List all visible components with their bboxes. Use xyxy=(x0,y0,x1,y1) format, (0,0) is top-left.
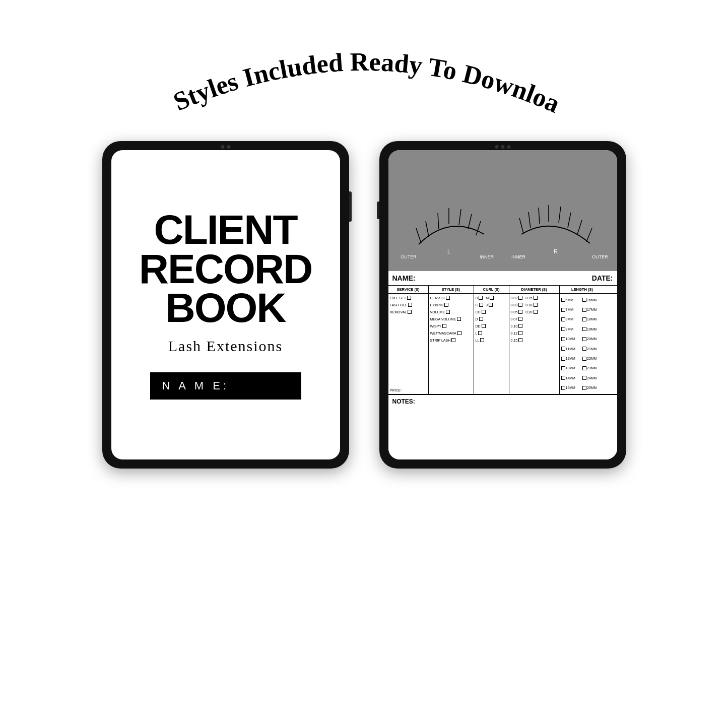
cb-12mm[interactable] xyxy=(561,357,565,361)
name-date-row: NAME: DATE: xyxy=(388,271,617,286)
classic-checkbox[interactable] xyxy=(446,296,450,300)
curl-ll-checkbox[interactable] xyxy=(480,338,484,342)
svg-text:2 Styles Included Ready To Dow: 2 Styles Included Ready To Download xyxy=(138,15,564,119)
curl-l-checkbox[interactable] xyxy=(478,331,482,335)
len-10mm: 10MM xyxy=(561,335,582,344)
diam-007: 0.07 xyxy=(511,317,558,321)
cb-21mm[interactable] xyxy=(582,347,586,351)
cb-8mm[interactable] xyxy=(561,317,565,321)
curl-m-checkbox[interactable] xyxy=(490,296,494,300)
curl-b-checkbox[interactable] xyxy=(479,296,483,300)
cb-6mm[interactable] xyxy=(561,298,565,302)
cb-14mm[interactable] xyxy=(561,376,565,380)
volume-checkbox[interactable] xyxy=(446,310,450,314)
cb-11mm[interactable] xyxy=(561,347,565,351)
d010-cb[interactable] xyxy=(518,324,522,328)
col-diameter-header: DIAMETER (S) xyxy=(509,286,560,293)
right-camera-dot-1 xyxy=(495,145,498,149)
curl-c: C J xyxy=(476,303,507,307)
notes-area: NOTES: xyxy=(388,394,617,408)
cb-20mm[interactable] xyxy=(582,337,586,341)
cb-18mm[interactable] xyxy=(582,317,586,321)
diam-010: 0.10 xyxy=(511,324,558,328)
d002-cb[interactable] xyxy=(518,296,522,300)
d003-cb[interactable] xyxy=(518,303,522,307)
len-14mm: 14MM xyxy=(561,373,582,382)
len-21mm: 21MM xyxy=(582,344,604,353)
svg-text:OUTER: OUTER xyxy=(592,254,608,259)
len-24mm: 24MM xyxy=(582,373,604,382)
cb-24mm[interactable] xyxy=(582,376,586,380)
svg-line-16 xyxy=(568,213,571,228)
form-date-label: DATE: xyxy=(503,274,613,282)
d015b-cb[interactable] xyxy=(518,338,522,342)
curved-heading: 2 Styles Included Ready To Download xyxy=(138,15,591,126)
svg-line-1 xyxy=(416,228,421,243)
d005-cb[interactable] xyxy=(518,310,522,314)
len-18mm: 18MM xyxy=(582,315,604,324)
cb-15mm[interactable] xyxy=(561,386,565,390)
style-col: CLASSIC HYBRID VOLUME MEGA VOLUME WISPY … xyxy=(429,294,474,394)
left-subtitle: Lash Extensions xyxy=(168,338,283,355)
form-name-label: NAME: xyxy=(392,274,503,282)
cb-25mm[interactable] xyxy=(582,386,586,390)
d015-cb[interactable] xyxy=(534,296,538,300)
cb-22mm[interactable] xyxy=(582,357,586,361)
len-7mm: 7MM xyxy=(561,305,582,314)
curl-j-checkbox[interactable] xyxy=(489,303,493,307)
curl-d-checkbox[interactable] xyxy=(479,317,483,321)
tablets-container: CLIENT RECORD BOOK Lash Extensions N A M… xyxy=(102,141,626,469)
right-side-button xyxy=(349,191,352,222)
curl-dd-checkbox[interactable] xyxy=(482,324,486,328)
len-20mm: 20MM xyxy=(582,335,604,344)
len-19mm: 19MM xyxy=(582,324,604,334)
cb-7mm[interactable] xyxy=(561,308,565,312)
diam-005: 0.05 0.20 xyxy=(511,310,558,314)
name-box: N A M E: xyxy=(150,372,301,400)
style-volume: VOLUME xyxy=(430,310,472,314)
curl-dd: DD xyxy=(476,324,507,328)
svg-text:R: R xyxy=(554,248,558,254)
len-12mm: 12MM xyxy=(561,354,582,363)
d020-cb[interactable] xyxy=(534,310,538,314)
cb-9mm[interactable] xyxy=(561,327,565,331)
removal-checkbox[interactable] xyxy=(408,310,412,314)
striplash-checkbox[interactable] xyxy=(451,338,455,342)
len-17mm: 17MM xyxy=(582,305,604,314)
svg-line-7 xyxy=(476,221,481,235)
style-classic: CLASSIC xyxy=(430,296,472,300)
cb-17mm[interactable] xyxy=(582,308,586,312)
len-15mm: 15MM xyxy=(561,383,582,392)
wetmascara-checkbox[interactable] xyxy=(457,331,461,335)
cb-13mm[interactable] xyxy=(561,366,565,370)
megavolume-checkbox[interactable] xyxy=(457,317,461,321)
fullset-checkbox[interactable] xyxy=(407,296,411,300)
right-camera-dot-2 xyxy=(501,145,504,149)
curl-c-checkbox[interactable] xyxy=(479,303,483,307)
svg-text:L: L xyxy=(447,248,450,254)
cb-23mm[interactable] xyxy=(582,366,586,370)
service-fullset: FULL SET xyxy=(390,296,427,300)
service-price: PRICE: xyxy=(390,388,427,392)
right-camera-dots xyxy=(495,145,510,149)
cb-19mm[interactable] xyxy=(582,327,586,331)
len-11mm: 11MM xyxy=(561,344,582,353)
table-header: SERVICE (S) STYLE (S) CURL (S) DIAMETER … xyxy=(388,286,617,294)
d018-cb[interactable] xyxy=(534,303,538,307)
svg-text:INNER: INNER xyxy=(479,254,494,259)
d012-cb[interactable] xyxy=(518,331,522,335)
page-container: 2 Styles Included Ready To Download CLIE… xyxy=(0,0,728,728)
cb-10mm[interactable] xyxy=(561,337,565,341)
curl-b: B M xyxy=(476,296,507,300)
len-25mm: 25MM xyxy=(582,383,604,392)
left-tablet-screen: CLIENT RECORD BOOK Lash Extensions N A M… xyxy=(111,150,340,459)
curl-cc-checkbox[interactable] xyxy=(482,310,486,314)
cb-16mm[interactable] xyxy=(582,298,586,302)
wispy-checkbox[interactable] xyxy=(442,324,446,328)
length-col: 6MM 16MM 7MM 17MM 8MM 18MM 9MM 19MM 10MM… xyxy=(560,294,605,394)
lashfill-checkbox[interactable] xyxy=(408,303,412,307)
style-striplash: STRIP LASH xyxy=(430,338,472,342)
d007-cb[interactable] xyxy=(518,317,522,321)
style-wetmascara: WET/MASCARA xyxy=(430,331,472,335)
hybrid-checkbox[interactable] xyxy=(444,303,448,307)
